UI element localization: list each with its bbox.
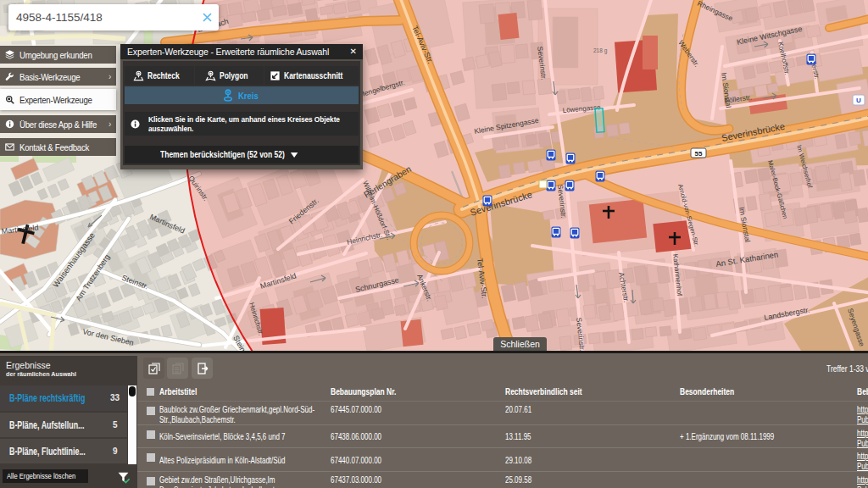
svg-text:218 g: 218 g (593, 47, 608, 54)
svg-text:U: U (856, 97, 861, 104)
svg-text:55: 55 (695, 150, 703, 158)
